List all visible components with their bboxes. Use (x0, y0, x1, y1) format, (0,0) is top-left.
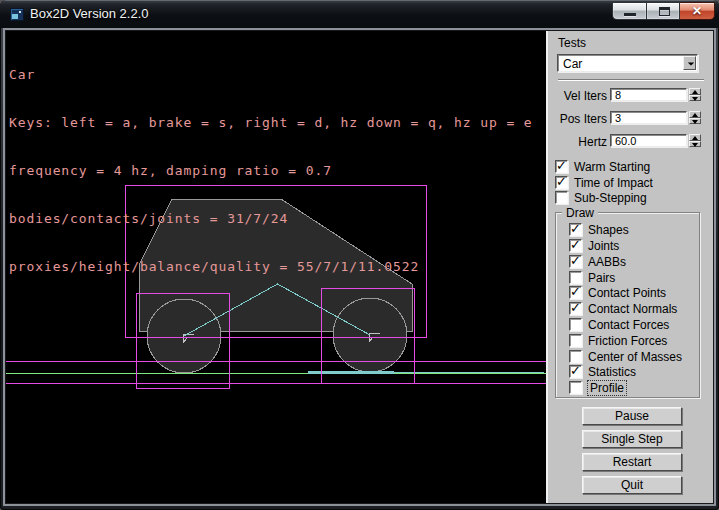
checkbox-label: Shapes (588, 223, 629, 237)
checkbox-label: Contact Points (588, 286, 666, 300)
checkbox-sub-stepping[interactable]: ✓ Sub-Stepping (555, 190, 647, 205)
checkbox-label: Warm Starting (574, 160, 650, 174)
checkbox-label: Pairs (588, 271, 615, 285)
checkbox-label: AABBs (588, 255, 626, 269)
spinner-up-button[interactable] (689, 134, 701, 141)
vel-iters-spinner (689, 88, 701, 101)
checkbox-label: Joints (588, 239, 619, 253)
checkbox-contact-forces[interactable]: ✓ Contact Forces (569, 317, 669, 332)
checkbox-icon: ✓ (569, 255, 582, 268)
maximize-button[interactable] (646, 2, 680, 20)
client-frame: Car Keys: left = a, brake = s, right = d… (3, 28, 716, 506)
close-icon: ✕ (680, 4, 714, 18)
pos-iters-input[interactable]: 3 (610, 111, 687, 124)
vel-iters-input[interactable]: 8 (610, 88, 687, 101)
hertz-label: Hertz (548, 135, 607, 149)
control-panel: Tests Car Vel Iters 8 (546, 31, 713, 503)
pos-iters-label: Pos Iters (548, 112, 607, 126)
window-title: Box2D Version 2.2.0 (30, 6, 149, 21)
single-step-button[interactable]: Single Step (582, 430, 682, 448)
close-button[interactable]: ✕ (680, 2, 715, 20)
checkbox-aabbs[interactable]: ✓ AABBs (569, 254, 626, 269)
checkbox-icon: ✓ (555, 160, 568, 173)
checkbox-center-of-masses[interactable]: ✓ Center of Masses (569, 349, 682, 364)
title-bar[interactable]: Box2D Version 2.2.0 ✕ (0, 0, 719, 28)
checkbox-label: Sub-Stepping (574, 191, 647, 205)
maximize-icon (659, 7, 670, 16)
hertz-input[interactable]: 60.0 (610, 134, 687, 147)
checkbox-label: Friction Forces (588, 334, 667, 348)
app-icon (10, 8, 24, 21)
draw-group-label: Draw (562, 206, 598, 220)
checkbox-label: Statistics (588, 365, 636, 379)
checkbox-icon: ✓ (569, 334, 582, 347)
checkbox-icon: ✓ (569, 381, 582, 394)
checkbox-pairs[interactable]: ✓ Pairs (569, 270, 615, 285)
stats-text: Car Keys: left = a, brake = s, right = d… (9, 35, 533, 307)
box2d-window: Box2D Version 2.2.0 ✕ (0, 0, 719, 510)
hertz-spinner (689, 134, 701, 147)
checkbox-label: Contact Forces (588, 318, 669, 332)
tests-label: Tests (558, 36, 586, 50)
pause-button[interactable]: Pause (582, 407, 682, 425)
checkbox-joints[interactable]: ✓ Joints (569, 238, 619, 253)
simulation-canvas[interactable]: Car Keys: left = a, brake = s, right = d… (6, 31, 546, 503)
checkbox-icon: ✓ (569, 239, 582, 252)
stats-line-proxies: proxies/height/balance/quality = 55/7/1/… (9, 259, 533, 275)
checkbox-icon: ✓ (569, 286, 582, 299)
stats-line-bodies: bodies/contacts/joints = 31/7/24 (9, 211, 533, 227)
minimize-icon (624, 13, 636, 16)
checkbox-label: Center of Masses (588, 350, 682, 364)
checkbox-time-of-impact[interactable]: ✓ Time of Impact (555, 175, 653, 190)
window-controls: ✕ (612, 2, 715, 20)
stats-line-keys: Keys: left = a, brake = s, right = d, hz… (9, 115, 533, 131)
tests-dropdown-value: Car (563, 57, 582, 71)
checkbox-icon: ✓ (555, 191, 568, 204)
checkbox-icon: ✓ (569, 350, 582, 363)
checkbox-contact-normals[interactable]: ✓ Contact Normals (569, 301, 677, 316)
pos-iters-spinner (689, 111, 701, 124)
spinner-down-button[interactable] (689, 95, 701, 101)
restart-button[interactable]: Restart (582, 453, 682, 471)
checkbox-label: Time of Impact (574, 176, 653, 190)
spinner-down-button[interactable] (689, 141, 701, 147)
tests-dropdown[interactable]: Car (557, 54, 698, 72)
spinner-up-button[interactable] (689, 88, 701, 95)
vel-iters-label: Vel Iters (548, 89, 607, 103)
tests-dropdown-button[interactable] (683, 56, 696, 70)
checkbox-statistics[interactable]: ✓ Statistics (569, 364, 636, 379)
checkbox-label: Contact Normals (588, 302, 677, 316)
checkbox-icon: ✓ (569, 318, 582, 331)
checkbox-icon: ✓ (555, 176, 568, 189)
checkbox-icon: ✓ (569, 365, 582, 378)
spinner-up-button[interactable] (689, 111, 701, 118)
checkbox-warm-starting[interactable]: ✓ Warm Starting (555, 159, 650, 174)
checkbox-friction-forces[interactable]: ✓ Friction Forces (569, 333, 667, 348)
minimize-button[interactable] (612, 2, 646, 20)
checkbox-label: Profile (588, 381, 626, 395)
checkbox-icon: ✓ (569, 271, 582, 284)
checkbox-icon: ✓ (569, 302, 582, 315)
checkbox-shapes[interactable]: ✓ Shapes (569, 222, 629, 237)
stats-line-title: Car (9, 67, 533, 83)
checkbox-icon: ✓ (569, 223, 582, 236)
separator (558, 79, 704, 81)
quit-button[interactable]: Quit (582, 476, 682, 494)
chevron-down-icon (688, 62, 694, 65)
checkbox-profile[interactable]: ✓ Profile (569, 380, 626, 395)
checkbox-contact-points[interactable]: ✓ Contact Points (569, 285, 666, 300)
spinner-down-button[interactable] (689, 118, 701, 124)
stats-line-frequency: frequency = 4 hz, damping ratio = 0.7 (9, 163, 533, 179)
